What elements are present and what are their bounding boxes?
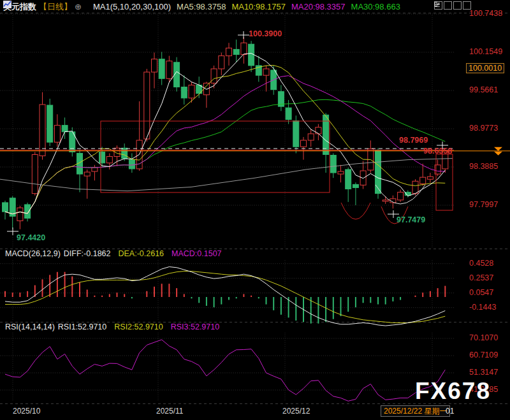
macd-macd-value: MACD:0.1507 (171, 249, 222, 258)
candle-down (286, 108, 291, 119)
candle-up (316, 127, 321, 134)
candle-down (62, 126, 68, 132)
candle-down (293, 121, 299, 147)
candle-down (3, 203, 8, 212)
candle-up (241, 43, 247, 54)
macd-axis-label: 0.0547 (469, 288, 493, 297)
ma30-value: MA30:98.663 (351, 2, 400, 11)
candle-down (346, 170, 351, 189)
rsi3-value: RSI3:52.9710 (171, 322, 219, 331)
candle-down (129, 160, 135, 169)
price-axis-label: 100.7438 (469, 9, 502, 18)
candle-down (375, 150, 381, 193)
candle-up (17, 208, 23, 221)
candle-up (382, 200, 388, 201)
candle-down (47, 105, 53, 142)
candle-up (84, 172, 90, 176)
candle-up (92, 168, 98, 171)
price-axis-label: 98.3885 (469, 162, 498, 171)
drawing-tool-icon[interactable] (453, 1, 462, 10)
chart-canvas[interactable]: 100.390098.796998.635897.747997.4420 (0, 0, 510, 420)
rsi-axis-label: 51.3147 (469, 368, 498, 377)
candle-up (360, 171, 366, 185)
macd-diff-value: DIFF:-0.1862 (64, 249, 111, 258)
price-annotation-label: 97.7479 (397, 215, 425, 224)
candle-up (420, 177, 426, 184)
price-axis-label: 100.1549 (469, 47, 502, 56)
candle-up (226, 48, 232, 55)
candle-up (219, 56, 224, 69)
candle-up (54, 126, 60, 142)
macd-title: MACD(26,12,9) (5, 249, 61, 258)
candle-down (249, 44, 254, 66)
price-annotation-label: 98.6358 (423, 147, 452, 156)
rsi2-value: RSI2:52.9710 (114, 322, 163, 331)
rsi-title: RSI(14,14,14) (5, 322, 55, 331)
candle-up (144, 72, 150, 139)
price-annotation-label: 97.4420 (17, 233, 45, 242)
candle-up (32, 154, 38, 193)
expand-tool-icon[interactable] (463, 1, 471, 10)
macd-histogram (5, 272, 445, 324)
rsi-lines (5, 340, 445, 401)
time-label-dec: 2025/12 (282, 407, 310, 416)
cross-marker (238, 31, 249, 39)
rsi-line (5, 340, 445, 401)
candle-up (427, 177, 433, 179)
macd-lines (5, 267, 445, 326)
candle-up (106, 157, 112, 163)
price-axis-label: 97.7997 (469, 200, 498, 209)
rsi1-value: RSI1:52.9710 (58, 322, 106, 331)
indicator-panel-tool-icon[interactable] (444, 1, 452, 10)
macd-axis-label: -0.1443 (469, 303, 496, 312)
candle-up (152, 59, 157, 72)
rsi-axis-label: 60.7109 (469, 351, 498, 359)
candle-down (233, 49, 239, 54)
candles-layer (3, 37, 448, 229)
candle-down (330, 156, 336, 173)
candle-up (263, 69, 269, 75)
chart-toolbar (434, 1, 471, 10)
time-label-oct: 2025/10 (13, 407, 40, 416)
candle-up (308, 134, 314, 140)
ma20-value: MA20:98.3357 (291, 2, 346, 11)
fx678-watermark: FX678 (415, 378, 491, 405)
candle-up (412, 181, 418, 193)
current-date-highlight: 2025/12/22 星期一 (381, 405, 450, 417)
candle-down (353, 184, 358, 187)
candle-down (159, 59, 164, 79)
candle-down (122, 148, 127, 158)
candle-down (99, 152, 105, 163)
dea-line (5, 272, 445, 323)
candle-up (166, 61, 172, 79)
period-label[interactable]: 【日线】 (39, 1, 72, 13)
macd-axis-label: 0.2537 (469, 273, 493, 282)
macd-dea-value: DEA:-0.2616 (118, 249, 164, 258)
ma10-value: MA10:98.1757 (231, 2, 286, 11)
chart-app: 100.390098.796998.635897.747997.4420 美元指… (0, 0, 510, 420)
ma-settings-label: MA1(5,10,20,30,100) (93, 2, 171, 11)
circle-plus-icon[interactable]: ⊕ (75, 2, 82, 11)
candle-down (181, 87, 187, 98)
macd-axis-label: 0.4528 (469, 259, 493, 268)
candle-up (40, 105, 45, 156)
price-annotation-label: 98.7969 (399, 136, 428, 145)
ma5-value: MA5:98.3758 (177, 2, 226, 11)
ma-lines-layer (0, 54, 453, 214)
rsi-axis-label: 70.1070 (469, 333, 498, 342)
candle-up (435, 165, 441, 174)
chart-header: 美元指数 【日线】 ⊕ MA1(5,10,20,30,100) MA5:98.3… (3, 1, 400, 13)
rsi-panel-header: RSI(14,14,14) RSI1:52.9710 RSI2:52.9710 … (5, 322, 219, 331)
macd-panel-header: MACD(26,12,9) DIFF:-0.1862 DEA:-0.2616 M… (5, 249, 222, 258)
price-annotation-label: 100.3900 (249, 29, 282, 38)
price-axis-label: 99.5661 (469, 85, 498, 94)
candle-up (203, 83, 209, 94)
price-axis-label: 100.0010 (466, 63, 504, 73)
candle-up (338, 171, 344, 174)
diff-line (5, 267, 445, 326)
candle-down (25, 205, 31, 218)
gridlines (0, 13, 510, 404)
time-label-nov: 2025/11 (156, 407, 184, 416)
candle-up (301, 140, 307, 147)
price-axis-label: 98.9773 (469, 124, 498, 133)
